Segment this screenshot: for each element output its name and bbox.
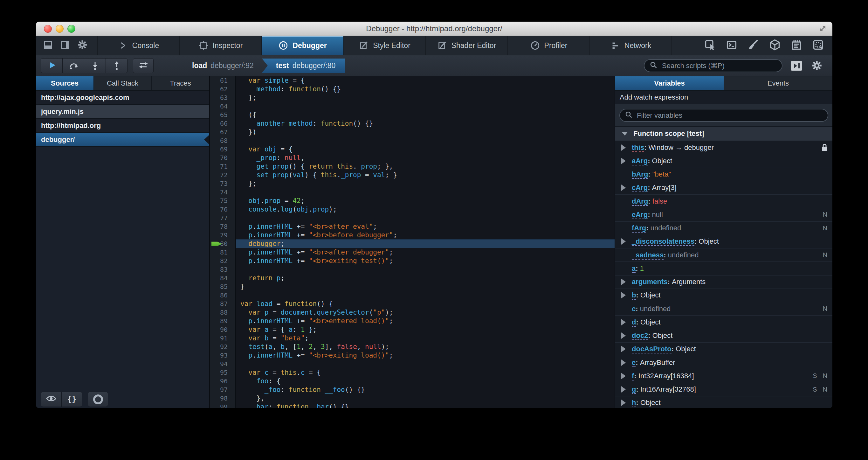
variables-tab-events[interactable]: Events (724, 76, 832, 90)
code-line[interactable]: 87var load = function() { (210, 300, 615, 308)
step-over-button[interactable] (62, 58, 84, 73)
step-out-button[interactable] (105, 58, 127, 73)
tab-debugger[interactable]: Debugger (262, 36, 344, 55)
variable-row[interactable]: docAsProto: Object (615, 343, 832, 356)
code-line[interactable]: 89 p.innerHTML += "<br>entered load()"; (210, 317, 615, 325)
toolbox-options-button[interactable] (75, 38, 89, 53)
chevron-right-icon[interactable] (621, 373, 626, 379)
code-line[interactable]: 86 (210, 291, 615, 300)
code-line[interactable]: 95 var c = this.c = { (210, 368, 615, 377)
search-scripts-box[interactable] (644, 59, 782, 72)
source-item[interactable]: http://htmlpad.org (36, 119, 209, 133)
minimize-window-button[interactable] (56, 25, 64, 33)
debugger-options-button[interactable] (811, 60, 823, 73)
code-line[interactable]: 68 (210, 137, 615, 145)
code-line[interactable]: 78 p.innerHTML += "<br>after eval"; (210, 222, 615, 231)
code-line[interactable]: 85} (210, 283, 615, 291)
code-line[interactable]: 93 p.innerHTML += "<br>exiting load()"; (210, 351, 615, 360)
variable-row[interactable]: a: 1 (615, 262, 832, 275)
code-line[interactable]: 64 (210, 102, 615, 111)
code-line[interactable]: 65 ({ (210, 111, 615, 119)
code-line[interactable]: 71 get prop() { return this._prop; }, (210, 162, 615, 171)
code-line[interactable]: 97 _foo: function __foo() {} (210, 385, 615, 394)
variable-row[interactable]: aArg: Object (615, 154, 832, 168)
code-line[interactable]: 88 var p = document.querySelector("p"); (210, 308, 615, 317)
variable-row[interactable]: cArg: Array[3] (615, 181, 832, 195)
paintbrush-button[interactable] (747, 39, 759, 52)
code-line[interactable]: 84 return p; (210, 274, 615, 283)
toggle-breakpoints-button[interactable] (88, 392, 108, 407)
variable-row[interactable]: f: Int32Array[16384]SN (615, 369, 832, 383)
variable-row[interactable]: fArg: undefinedN (615, 222, 832, 235)
code-line[interactable]: 90 var a = { a: 1 }; (210, 325, 615, 334)
code-editor[interactable]: 61 var simple = {62 method: function() {… (210, 76, 615, 408)
blackbox-source-button[interactable] (41, 392, 62, 407)
tab-network[interactable]: Network (590, 36, 672, 55)
tab-console[interactable]: Console (98, 36, 180, 55)
search-scripts-input[interactable] (661, 61, 777, 70)
tab-inspector[interactable]: Inspector (180, 36, 262, 55)
code-line[interactable]: 82 p.innerHTML += "<br>exiting test()"; (210, 257, 615, 265)
zoom-window-button[interactable] (67, 25, 75, 33)
code-line[interactable]: 66 another_method: function() {} (210, 119, 615, 128)
code-line[interactable]: 67 }) (210, 128, 615, 137)
tilt-3d-button[interactable] (769, 39, 781, 52)
chevron-right-icon[interactable] (621, 158, 626, 164)
variable-row[interactable]: h: Object (615, 396, 832, 408)
tab-style-editor[interactable]: Style Editor (344, 36, 426, 55)
sources-tab-sources[interactable]: Sources (36, 76, 94, 90)
scope-header[interactable]: Function scope [test] (615, 126, 832, 141)
code-line[interactable]: 76 console.log(obj.prop); (210, 205, 615, 214)
code-line[interactable]: 94 (210, 360, 615, 368)
variable-row[interactable]: c: undefinedN (615, 302, 832, 316)
responsive-mode-button[interactable] (812, 39, 824, 52)
code-line[interactable]: 83 (210, 265, 615, 274)
chevron-right-icon[interactable] (621, 386, 626, 393)
breadcrumb[interactable]: loaddebugger/:92 (184, 59, 262, 73)
variable-row[interactable]: _disconsolateness: Object (615, 235, 832, 249)
code-line[interactable]: 74 (210, 188, 615, 197)
toggle-tracing-button[interactable] (133, 58, 154, 73)
variable-row[interactable]: arguments: Arguments (615, 276, 832, 289)
tab-shader-editor[interactable]: Shader Editor (426, 36, 508, 55)
code-line[interactable]: 77 (210, 214, 615, 222)
chevron-right-icon[interactable] (621, 238, 626, 245)
chevron-right-icon[interactable] (621, 292, 626, 298)
code-line[interactable]: 73 }; (210, 179, 615, 188)
breadcrumb[interactable]: testdebugger/:80 (262, 59, 345, 73)
source-item[interactable]: jquery.min.js (36, 105, 209, 119)
variable-row[interactable]: e: ArrayBuffer (615, 356, 832, 369)
code-line[interactable]: 79 p.innerHTML += "<br>before debugger"; (210, 231, 615, 239)
code-line[interactable]: 75 obj.prop = 42; (210, 197, 615, 205)
variable-row[interactable]: _sadness: undefinedN (615, 249, 832, 262)
code-line[interactable]: 99 bar: function _bar() {}, (210, 403, 615, 408)
pretty-print-button[interactable]: {} (61, 392, 82, 407)
filter-variables-box[interactable] (619, 109, 828, 122)
chevron-right-icon[interactable] (621, 144, 626, 151)
variable-row[interactable]: dArg: false (615, 195, 832, 208)
toggle-panes-button[interactable] (790, 60, 803, 71)
dock-side-button[interactable] (58, 38, 72, 53)
variable-row[interactable]: doc2: Object (615, 329, 832, 343)
code-line[interactable]: 72 set prop(val) { this._prop = val; } (210, 171, 615, 179)
sources-tab-traces[interactable]: Traces (152, 76, 209, 90)
variables-tab-variables[interactable]: Variables (615, 76, 724, 90)
filter-variables-input[interactable] (636, 111, 823, 120)
variable-row[interactable]: g: Int16Array[32768]SN (615, 383, 832, 396)
sources-tab-call-stack[interactable]: Call Stack (94, 76, 152, 90)
resize-grippy-icon[interactable] (818, 24, 827, 34)
chevron-right-icon[interactable] (621, 184, 626, 191)
split-console-button[interactable] (725, 39, 738, 52)
variable-row[interactable]: d: Object (615, 316, 832, 329)
dock-bottom-button[interactable] (41, 38, 55, 53)
chevron-right-icon[interactable] (621, 360, 626, 366)
code-line[interactable]: 70 _prop: null, (210, 154, 615, 162)
tab-profiler[interactable]: Profiler (508, 36, 590, 55)
close-window-button[interactable] (44, 25, 52, 33)
chevron-right-icon[interactable] (621, 400, 626, 406)
pick-element-button[interactable] (704, 39, 716, 52)
step-in-button[interactable] (84, 58, 106, 73)
variable-row[interactable]: bArg: "beta" (615, 168, 832, 181)
code-line[interactable]: 69 var obj = { (210, 145, 615, 154)
code-line[interactable]: 63 }; (210, 93, 615, 102)
